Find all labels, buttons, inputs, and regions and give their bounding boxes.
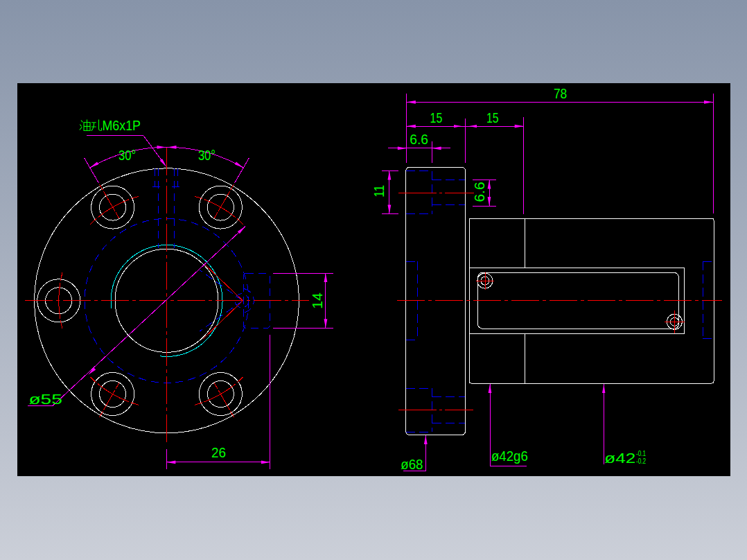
svg-text:11: 11 [371, 185, 387, 198]
svg-text:30°: 30° [118, 147, 136, 163]
svg-text:M6x1P: M6x1P [103, 118, 141, 133]
svg-text:30°: 30° [198, 147, 216, 163]
svg-text:ø42: ø42 [604, 450, 635, 466]
svg-text:ø55: ø55 [28, 391, 62, 407]
svg-text:-0.2: -0.2 [636, 457, 646, 465]
svg-text:ø68: ø68 [401, 456, 423, 472]
svg-text:15: 15 [430, 110, 443, 125]
svg-text:15: 15 [486, 110, 499, 125]
svg-text:ø42g6: ø42g6 [491, 448, 528, 464]
svg-text:6.6: 6.6 [471, 182, 487, 202]
svg-text:6.6: 6.6 [410, 131, 428, 147]
svg-text:26: 26 [211, 444, 226, 460]
svg-text:-0.1: -0.1 [636, 449, 646, 457]
svg-text:14: 14 [309, 292, 325, 309]
svg-text:78: 78 [554, 85, 567, 101]
